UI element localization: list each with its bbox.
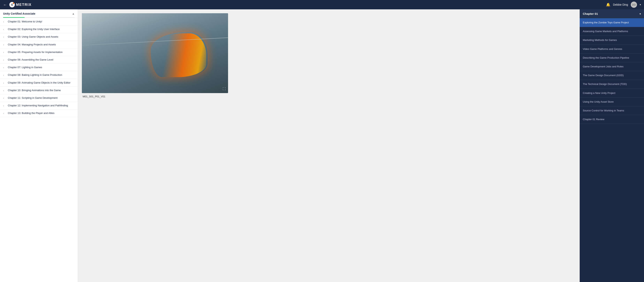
sidebar-course-row: Unity Certified Associate ▲ <box>3 12 75 17</box>
chapter-lesson-item[interactable]: Using the Unity Asset Store <box>580 98 644 106</box>
chapter-item-title: Chapter 11: Scripting in Game Developmen… <box>8 96 58 100</box>
chapter-list: › Chapter 01: Welcome to Unity!› Chapter… <box>0 18 78 282</box>
car-graphic <box>82 13 228 93</box>
video-thumbnail: ⛶ <box>82 13 228 93</box>
sidebar-progress-bar <box>3 17 24 18</box>
chapter-item-title: Chapter 05: Preparing Assets for Impleme… <box>8 50 62 54</box>
chapter-item[interactable]: › Chapter 12: Implementing Navigation an… <box>0 102 78 109</box>
chapter-chevron-icon: › <box>3 28 6 31</box>
main-content: ⛶ M01_S01_P01_V01 <box>78 9 580 282</box>
chapter-chevron-icon: › <box>3 112 6 115</box>
chapter-chevron-icon: › <box>3 43 6 46</box>
chapter-panel-title: Chapter 01 <box>583 12 598 15</box>
chapter-chevron-icon: › <box>3 66 6 69</box>
chapter-panel-header[interactable]: Chapter 01 ▾ <box>580 9 644 18</box>
bell-icon[interactable]: 🔔 <box>606 2 610 7</box>
back-icon[interactable]: ← <box>3 2 7 7</box>
chapter-chevron-icon: › <box>3 104 6 107</box>
chapter-item-title: Chapter 07: Lighting in Games <box>8 66 42 69</box>
chapter-lesson-item[interactable]: Source Control for Working in Teams <box>580 106 644 115</box>
chapter-item[interactable]: › Chapter 11: Scripting in Game Developm… <box>0 94 78 102</box>
chapter-panel: Chapter 01 ▾ Exploring the Zombie Toys G… <box>580 9 644 282</box>
sidebar-course-name: Unity Certified Associate <box>3 12 35 15</box>
chapter-item[interactable]: › Chapter 07: Lighting in Games <box>0 64 78 71</box>
chapter-item[interactable]: › Chapter 06: Assembling the Game Level <box>0 56 78 64</box>
layout: Unity Certified Associate ▲ › Chapter 01… <box>0 9 644 282</box>
chapter-item-title: Chapter 04: Managing Projects and Assets <box>8 43 56 46</box>
chapter-item-title: Chapter 01: Welcome to Unity! <box>8 20 42 23</box>
chapter-panel-arrow[interactable]: ▾ <box>640 12 641 15</box>
chapter-lesson-item[interactable]: The Technical Design Document (TDD) <box>580 80 644 89</box>
logo: G METRIX <box>9 2 32 7</box>
chapter-chevron-icon: › <box>3 89 6 92</box>
chapter-lesson-item[interactable]: Chapter 01 Review <box>580 115 644 124</box>
video-label: M01_S01_P01_V01 <box>82 93 576 100</box>
chapter-lesson-item[interactable]: The Game Design Document (GDD) <box>580 71 644 80</box>
chapter-lessons-list: Exploring the Zombie Toys Game ProjectAs… <box>580 18 644 124</box>
sidebar-top: Unity Certified Associate ▲ <box>0 9 78 18</box>
chapter-lesson-item[interactable]: Creating a New Unity Project <box>580 89 644 98</box>
chapter-chevron-icon: › <box>3 97 6 99</box>
chapter-item[interactable]: › Chapter 02: Exploring the Unity User I… <box>0 25 78 33</box>
chapter-chevron-icon: › <box>3 51 6 54</box>
chapter-item[interactable]: › Chapter 13: Building the Player and Al… <box>0 109 78 117</box>
chapter-item[interactable]: › Chapter 01: Welcome to Unity! <box>0 18 78 25</box>
chapter-chevron-icon: › <box>3 36 6 38</box>
logo-icon: G <box>9 2 15 7</box>
chapter-item-title: Chapter 03: Using Game Objects and Asset… <box>8 35 58 38</box>
logo-text: METRIX <box>16 3 32 7</box>
chapter-item[interactable]: › Chapter 08: Baking Lighting in Game Pr… <box>0 71 78 79</box>
chapter-item-title: Chapter 09: Animating Game Objects in th… <box>8 81 70 84</box>
chapter-item[interactable]: › Chapter 03: Using Game Objects and Ass… <box>0 33 78 41</box>
chapter-chevron-icon: › <box>3 59 6 61</box>
chapter-chevron-icon: › <box>3 74 6 76</box>
chapter-lesson-item[interactable]: Video Game Platforms and Genres <box>580 45 644 53</box>
chapter-item-title: Chapter 02: Exploring the Unity User Int… <box>8 27 60 31</box>
avatar: DD <box>631 1 637 8</box>
chapter-item[interactable]: › Chapter 10: Bringing Animations into t… <box>0 87 78 94</box>
chapter-item-title: Chapter 10: Bringing Animations into the… <box>8 89 61 92</box>
chapter-item[interactable]: › Chapter 04: Managing Projects and Asse… <box>0 41 78 48</box>
chapter-lesson-item[interactable]: Exploring the Zombie Toys Game Project <box>580 18 644 27</box>
sidebar-progress-bar-wrap <box>3 17 75 18</box>
chapter-item-title: Chapter 12: Implementing Navigation and … <box>8 104 68 107</box>
chapter-chevron-icon: › <box>3 20 6 23</box>
chapter-lesson-item[interactable]: Assessing Game Markets and Platforms <box>580 27 644 36</box>
header-left: ← G METRIX <box>3 2 32 7</box>
chapter-lesson-item[interactable]: Marketing Methods for Games <box>580 36 644 45</box>
chapter-item-title: Chapter 06: Assembling the Game Level <box>8 58 53 61</box>
logo-dot <box>13 2 14 4</box>
video-container: ⛶ <box>82 13 228 93</box>
fullscreen-icon[interactable]: ⛶ <box>222 87 226 91</box>
chapter-lesson-item[interactable]: Game Development Jobs and Roles <box>580 62 644 71</box>
chapter-item[interactable]: › Chapter 09: Animating Game Objects in … <box>0 79 78 87</box>
chapter-item-title: Chapter 13: Building the Player and Alli… <box>8 111 54 115</box>
user-dropdown-arrow[interactable]: ▾ <box>640 3 641 6</box>
sidebar: Unity Certified Associate ▲ › Chapter 01… <box>0 9 78 282</box>
chapter-item-title: Chapter 08: Baking Lighting in Game Prod… <box>8 73 62 77</box>
header-right: 🔔 Debbie Ding DD ▾ <box>606 1 641 8</box>
header: ← G METRIX 🔔 Debbie Ding DD ▾ <box>0 0 644 9</box>
user-name: Debbie Ding <box>613 3 628 6</box>
chapter-item[interactable]: › Chapter 05: Preparing Assets for Imple… <box>0 48 78 56</box>
sidebar-collapse-icon[interactable]: ▲ <box>72 12 75 15</box>
chapter-chevron-icon: › <box>3 82 6 84</box>
chapter-lesson-item[interactable]: Describing the Game Production Pipeline <box>580 53 644 62</box>
